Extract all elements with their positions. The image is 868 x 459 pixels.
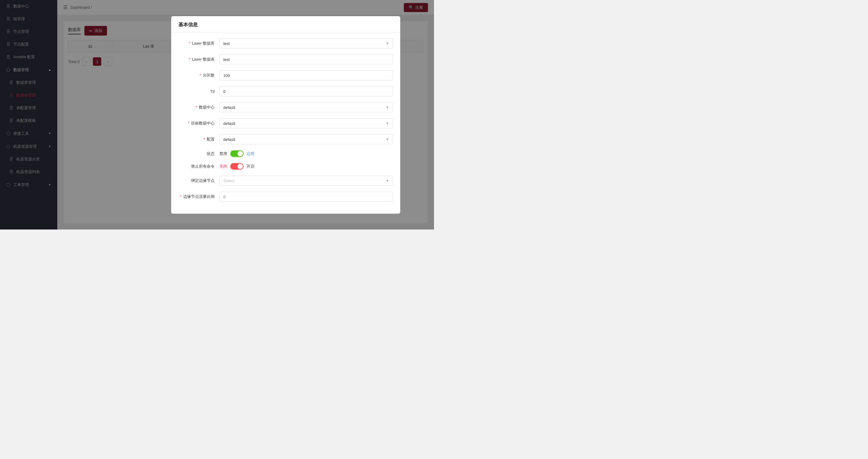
- bind-edge-select[interactable]: Select ▼: [219, 175, 393, 185]
- form-row-laser-table: * Laser 数据表: [179, 54, 393, 64]
- bind-edge-placeholder: Select: [223, 178, 234, 183]
- chevron-down-icon3: ▼: [386, 121, 389, 125]
- forbid-on-label: 开启: [247, 164, 254, 169]
- ttl-input[interactable]: [219, 86, 393, 96]
- status-off-label: 禁用: [219, 151, 227, 156]
- forbid-off-label: 关闭: [219, 164, 227, 169]
- status-toggle[interactable]: [230, 150, 244, 157]
- form-row-status: 状态 禁用 启用: [179, 150, 393, 157]
- chevron-down-icon: ▼: [386, 41, 389, 45]
- laser-db-label: * Laser 数据库: [179, 41, 215, 46]
- laser-table-label: * Laser 数据表: [179, 57, 215, 62]
- form-row-edge-ratio: * 边缘节点流量比例: [179, 192, 393, 201]
- ttl-label: Ttl: [179, 89, 215, 93]
- bind-edge-label: 绑定边缘节点: [179, 178, 215, 183]
- modal-body: * Laser 数据库 test ▼ * Laser 数据表 * 分区数: [171, 32, 400, 213]
- form-row-datacenter: * 数据中心 default ▼: [179, 102, 393, 112]
- laser-db-select[interactable]: test ▼: [219, 38, 393, 48]
- config-select[interactable]: default ▼: [219, 134, 393, 144]
- form-row-laser-db: * Laser 数据库 test ▼: [179, 38, 393, 48]
- modal-header: 基本信息: [171, 16, 400, 32]
- partition-label: * 分区数: [179, 73, 215, 78]
- target-dc-select[interactable]: default ▼: [219, 118, 393, 128]
- status-toggle-group: 禁用 启用: [219, 150, 393, 157]
- chevron-down-icon2: ▼: [386, 106, 389, 109]
- datacenter-value: default: [223, 105, 235, 110]
- laser-table-input[interactable]: [219, 54, 393, 64]
- target-dc-value: default: [223, 121, 235, 125]
- chevron-down-icon4: ▼: [386, 138, 389, 141]
- edge-ratio-input[interactable]: [219, 192, 393, 201]
- form-row-bind-edge: 绑定边缘节点 Select ▼: [179, 175, 393, 185]
- toggle-knob: [238, 151, 243, 156]
- datacenter-label: * 数据中心: [179, 105, 215, 110]
- edge-ratio-label: * 边缘节点流量比例: [179, 194, 215, 199]
- form-row-partition: * 分区数: [179, 70, 393, 80]
- status-on-label: 启用: [247, 151, 254, 156]
- form-row-forbid: 禁止所有命令 关闭 开启: [179, 163, 393, 170]
- modal-title: 基本信息: [179, 22, 198, 27]
- toggle-knob2: [238, 164, 243, 169]
- modal: 基本信息 * Laser 数据库 test ▼ * Laser 数据表 *: [171, 16, 400, 213]
- status-label: 状态: [179, 151, 215, 156]
- config-value: default: [223, 137, 235, 141]
- form-row-config: * 配置 default ▼: [179, 134, 393, 144]
- config-label: * 配置: [179, 137, 215, 142]
- form-row-target-dc: * 目标数据中心 default ▼: [179, 118, 393, 128]
- laser-db-value: test: [223, 41, 230, 46]
- target-dc-label: * 目标数据中心: [179, 121, 215, 126]
- forbid-label: 禁止所有命令: [179, 164, 215, 169]
- datacenter-select[interactable]: default ▼: [219, 102, 393, 112]
- forbid-toggle-group: 关闭 开启: [219, 163, 393, 170]
- partition-input[interactable]: [219, 70, 393, 80]
- chevron-down-icon5: ▼: [386, 179, 389, 182]
- forbid-toggle[interactable]: [230, 163, 244, 170]
- form-row-ttl: Ttl: [179, 86, 393, 96]
